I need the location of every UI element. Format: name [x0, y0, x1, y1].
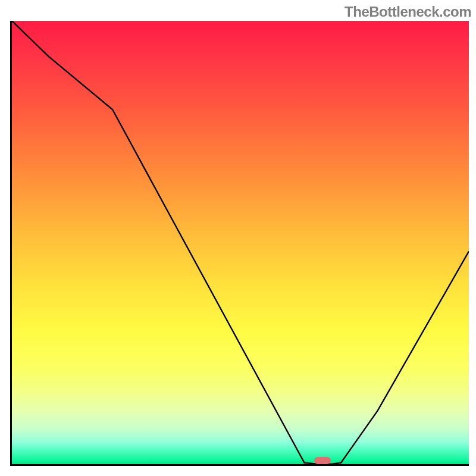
gradient-background: [12, 21, 469, 464]
plot-area: [10, 21, 469, 466]
optimal-marker: [314, 457, 331, 464]
watermark-text: TheBottleneck.com: [345, 4, 471, 20]
bottleneck-chart: TheBottleneck.com: [0, 0, 476, 476]
